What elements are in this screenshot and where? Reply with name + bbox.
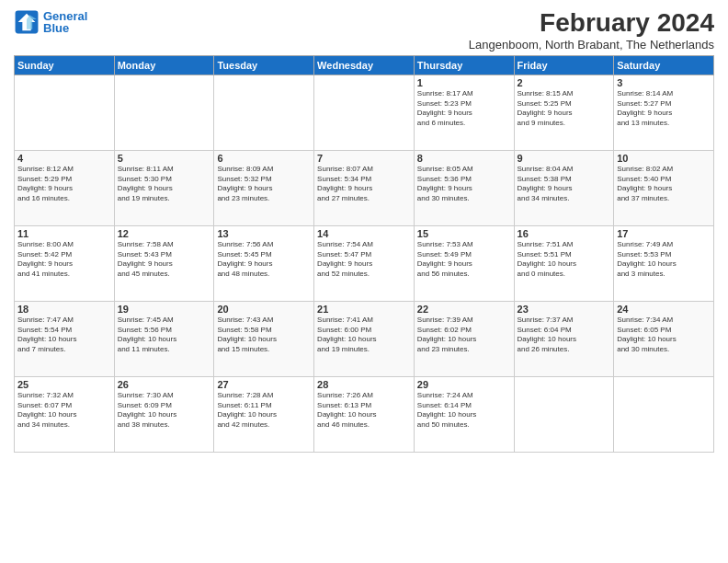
cell-info: Sunrise: 7:32 AM Sunset: 6:07 PM Dayligh… [17,391,111,431]
col-header-thursday: Thursday [414,55,514,75]
day-number: 4 [17,153,111,164]
cell-w3-d5: 15Sunrise: 7:53 AM Sunset: 5:49 PM Dayli… [414,225,514,301]
cell-w3-d2: 12Sunrise: 7:58 AM Sunset: 5:43 PM Dayli… [114,225,214,301]
header: General Blue February 2024 Langenboom, N… [14,9,714,52]
title-block: February 2024 Langenboom, North Brabant,… [469,9,714,52]
day-number: 22 [417,304,511,315]
cell-info: Sunrise: 7:39 AM Sunset: 6:02 PM Dayligh… [417,316,511,355]
col-header-sunday: Sunday [15,55,115,75]
cell-w3-d6: 16Sunrise: 7:51 AM Sunset: 5:51 PM Dayli… [514,225,614,301]
cell-w4-d5: 22Sunrise: 7:39 AM Sunset: 6:02 PM Dayli… [414,301,514,376]
cell-info: Sunrise: 7:51 AM Sunset: 5:51 PM Dayligh… [518,240,611,280]
cell-w5-d1: 25Sunrise: 7:32 AM Sunset: 6:07 PM Dayli… [15,376,115,452]
cell-w3-d3: 13Sunrise: 7:56 AM Sunset: 5:45 PM Dayli… [214,225,314,301]
day-number: 17 [617,228,711,239]
cell-info: Sunrise: 7:24 AM Sunset: 6:14 PM Dayligh… [417,391,511,431]
cell-info: Sunrise: 7:53 AM Sunset: 5:49 PM Dayligh… [417,240,511,280]
logo: General Blue [14,9,87,35]
cell-info: Sunrise: 8:07 AM Sunset: 5:34 PM Dayligh… [317,165,411,204]
col-header-friday: Friday [514,55,614,75]
cell-info: Sunrise: 8:04 AM Sunset: 5:38 PM Dayligh… [518,165,611,204]
cell-w4-d7: 24Sunrise: 7:34 AM Sunset: 6:05 PM Dayli… [614,301,714,376]
col-header-wednesday: Wednesday [314,55,415,75]
cell-w2-d3: 6Sunrise: 8:09 AM Sunset: 5:32 PM Daylig… [214,150,314,225]
cell-info: Sunrise: 8:09 AM Sunset: 5:32 PM Dayligh… [217,165,311,204]
cell-w1-d2 [114,75,214,150]
col-header-tuesday: Tuesday [214,55,314,75]
cell-w4-d4: 21Sunrise: 7:41 AM Sunset: 6:00 PM Dayli… [314,301,415,376]
day-number: 14 [317,228,411,239]
logo-icon [14,9,40,35]
cell-info: Sunrise: 7:45 AM Sunset: 5:56 PM Dayligh… [118,316,211,355]
cell-w4-d2: 19Sunrise: 7:45 AM Sunset: 5:56 PM Dayli… [114,301,214,376]
cell-info: Sunrise: 7:37 AM Sunset: 6:04 PM Dayligh… [518,316,611,355]
week-row-3: 11Sunrise: 8:00 AM Sunset: 5:42 PM Dayli… [15,225,714,301]
cell-w5-d7 [614,376,714,452]
day-number: 12 [118,228,211,239]
cell-w3-d7: 17Sunrise: 7:49 AM Sunset: 5:53 PM Dayli… [614,225,714,301]
cell-info: Sunrise: 8:14 AM Sunset: 5:27 PM Dayligh… [617,89,711,129]
cell-info: Sunrise: 7:30 AM Sunset: 6:09 PM Dayligh… [118,391,211,431]
cell-w3-d1: 11Sunrise: 8:00 AM Sunset: 5:42 PM Dayli… [15,225,115,301]
day-number: 21 [317,304,411,315]
main-title: February 2024 [469,9,714,38]
cell-info: Sunrise: 7:34 AM Sunset: 6:05 PM Dayligh… [617,316,711,355]
cell-w2-d7: 10Sunrise: 8:02 AM Sunset: 5:40 PM Dayli… [614,150,714,225]
day-number: 2 [518,77,611,88]
week-row-5: 25Sunrise: 7:32 AM Sunset: 6:07 PM Dayli… [15,376,714,452]
cell-info: Sunrise: 8:12 AM Sunset: 5:29 PM Dayligh… [17,165,111,204]
day-number: 26 [118,379,211,390]
cell-info: Sunrise: 7:28 AM Sunset: 6:11 PM Dayligh… [217,391,311,431]
day-number: 25 [17,379,111,390]
col-header-monday: Monday [114,55,214,75]
cell-info: Sunrise: 7:49 AM Sunset: 5:53 PM Dayligh… [617,240,711,280]
cell-info: Sunrise: 8:05 AM Sunset: 5:36 PM Dayligh… [417,165,511,204]
week-row-1: 1Sunrise: 8:17 AM Sunset: 5:23 PM Daylig… [15,75,714,150]
cell-info: Sunrise: 7:54 AM Sunset: 5:47 PM Dayligh… [317,240,411,280]
day-number: 23 [518,304,611,315]
cell-w1-d4 [314,75,415,150]
cell-info: Sunrise: 7:43 AM Sunset: 5:58 PM Dayligh… [217,316,311,355]
day-number: 6 [217,153,311,164]
cell-w4-d1: 18Sunrise: 7:47 AM Sunset: 5:54 PM Dayli… [15,301,115,376]
cell-info: Sunrise: 7:58 AM Sunset: 5:43 PM Dayligh… [118,240,211,280]
cell-w5-d3: 27Sunrise: 7:28 AM Sunset: 6:11 PM Dayli… [214,376,314,452]
cell-w5-d2: 26Sunrise: 7:30 AM Sunset: 6:09 PM Dayli… [114,376,214,452]
cell-info: Sunrise: 8:02 AM Sunset: 5:40 PM Dayligh… [617,165,711,204]
cell-w1-d6: 2Sunrise: 8:15 AM Sunset: 5:25 PM Daylig… [514,75,614,150]
header-row: SundayMondayTuesdayWednesdayThursdayFrid… [15,55,714,75]
day-number: 28 [317,379,411,390]
day-number: 20 [217,304,311,315]
cell-w2-d2: 5Sunrise: 8:11 AM Sunset: 5:30 PM Daylig… [114,150,214,225]
day-number: 13 [217,228,311,239]
cell-info: Sunrise: 7:26 AM Sunset: 6:13 PM Dayligh… [317,391,411,431]
cell-w5-d6 [514,376,614,452]
cell-w1-d7: 3Sunrise: 8:14 AM Sunset: 5:27 PM Daylig… [614,75,714,150]
day-number: 1 [417,77,511,88]
cell-info: Sunrise: 8:17 AM Sunset: 5:23 PM Dayligh… [417,89,511,129]
week-row-2: 4Sunrise: 8:12 AM Sunset: 5:29 PM Daylig… [15,150,714,225]
day-number: 3 [617,77,711,88]
cell-w5-d5: 29Sunrise: 7:24 AM Sunset: 6:14 PM Dayli… [414,376,514,452]
subtitle: Langenboom, North Brabant, The Netherlan… [469,38,714,52]
calendar-table: SundayMondayTuesdayWednesdayThursdayFrid… [14,55,714,453]
day-number: 16 [518,228,611,239]
cell-w4-d3: 20Sunrise: 7:43 AM Sunset: 5:58 PM Dayli… [214,301,314,376]
cell-w3-d4: 14Sunrise: 7:54 AM Sunset: 5:47 PM Dayli… [314,225,415,301]
day-number: 18 [17,304,111,315]
cell-info: Sunrise: 7:47 AM Sunset: 5:54 PM Dayligh… [17,316,111,355]
day-number: 19 [118,304,211,315]
cell-w1-d5: 1Sunrise: 8:17 AM Sunset: 5:23 PM Daylig… [414,75,514,150]
day-number: 10 [617,153,711,164]
cell-info: Sunrise: 7:56 AM Sunset: 5:45 PM Dayligh… [217,240,311,280]
day-number: 9 [518,153,611,164]
cell-info: Sunrise: 8:15 AM Sunset: 5:25 PM Dayligh… [518,89,611,129]
cell-info: Sunrise: 8:00 AM Sunset: 5:42 PM Dayligh… [17,240,111,280]
week-row-4: 18Sunrise: 7:47 AM Sunset: 5:54 PM Dayli… [15,301,714,376]
cell-w2-d5: 8Sunrise: 8:05 AM Sunset: 5:36 PM Daylig… [414,150,514,225]
day-number: 8 [417,153,511,164]
cell-w1-d3 [214,75,314,150]
cell-info: Sunrise: 8:11 AM Sunset: 5:30 PM Dayligh… [118,165,211,204]
day-number: 7 [317,153,411,164]
day-number: 29 [417,379,511,390]
